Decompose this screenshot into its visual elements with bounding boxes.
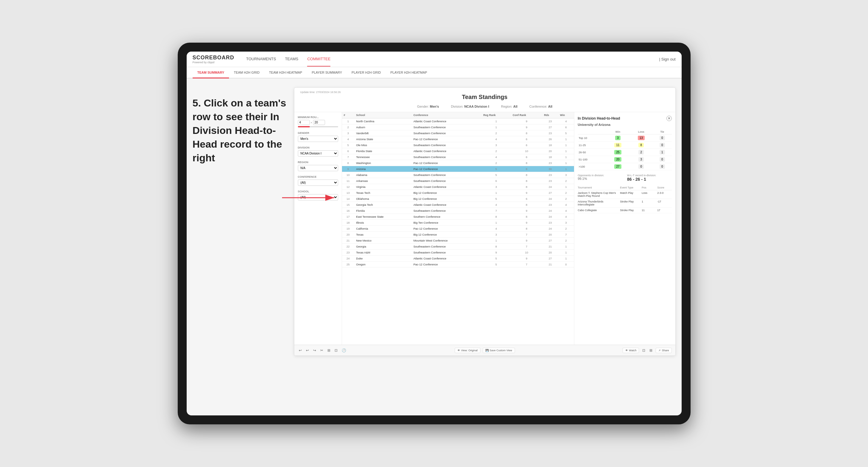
division-select[interactable]: NCAA Division I [298,150,338,157]
cell-rds: 23 [542,130,558,136]
gender-select[interactable]: Men's [298,136,338,142]
table-row[interactable]: 22 Georgia Southeastern Conference 8 7 2… [342,244,574,250]
filter-group-division: Division NCAA Division I [298,146,338,157]
cell-rank: 20 [342,232,354,238]
nav-tournaments[interactable]: TOURNAMENTS [246,52,276,66]
table-row[interactable]: 26-50 25 2 1 [578,149,672,156]
table-row[interactable]: 21 New Mexico Mountain West Conference 1… [342,238,574,244]
redo-icon[interactable]: ↪ [312,347,317,353]
cell-reg-rank: 3 [482,184,511,190]
slider-bar[interactable] [298,126,338,127]
table-row[interactable]: 1 North Carolina Atlantic Coast Conferen… [342,118,574,124]
tournament-row[interactable]: Arizona Thunderbirds Intercollegiate Str… [578,199,672,208]
table-row[interactable]: Top 10 3 13 0 [578,134,672,142]
min-rounds-min[interactable] [298,120,310,125]
sign-out[interactable]: | Sign out [659,57,676,61]
watch-button[interactable]: 👁 Watch [623,348,639,353]
table-row[interactable]: 18 Illinois Big Ten Conference 1 9 23 3 [342,220,574,226]
table-row[interactable]: 25 Oregon Pac-12 Conference 5 7 21 0 [342,261,574,268]
share-arrow-icon: ↗ [658,349,661,352]
table-row[interactable]: 19 California Pac-12 Conference 4 8 24 2 [342,226,574,232]
conference-select[interactable]: (All) [298,180,338,186]
min-rounds-max[interactable] [313,120,325,125]
cell-conf-rank: 9 [511,255,542,261]
nav-committee[interactable]: COMMITTEE [307,52,330,66]
cell-conference: Southeastern Conference [411,244,481,250]
table-row[interactable]: 13 Texas Tech Big 12 Conference 1 9 27 2 [342,190,574,196]
table-row[interactable]: 2 Auburn Southeastern Conference 1 9 27 … [342,124,574,130]
cell-rank: 12 [342,184,354,190]
cell-rds: 24 [542,208,558,214]
share-button[interactable]: ↗ Share [656,348,672,353]
table-row[interactable]: >100 27 0 0 [578,163,672,170]
eye-icon: 👁 [457,349,460,352]
clock-icon[interactable]: 🕐 [341,347,347,353]
cell-conference: Atlantic Coast Conference [411,148,481,154]
table-row[interactable]: 3 Vanderbilt Southeastern Conference 2 8… [342,130,574,136]
table-row[interactable]: 14 Oklahoma Big 12 Conference 5 6 24 2 [342,196,574,202]
cell-conf-rank: 10 [511,148,542,154]
view-original-button[interactable]: 👁 View: Original [455,348,480,353]
cell-school: Illinois [354,220,411,226]
cell-rds: 23 [542,202,558,208]
tournament-row[interactable]: Cabo Collegiate Stroke Play 11 17 [578,208,672,213]
table-row[interactable]: 5 Ole Miss Southeastern Conference 3 6 1… [342,142,574,148]
update-time: Update time: 27/03/2024 16:56:26 [300,91,670,94]
cell-conference: Southeastern Conference [411,130,481,136]
table-row[interactable]: 12 Virginia Atlantic Coast Conference 3 … [342,184,574,190]
table-row[interactable]: 9 Arizona Pac-12 Conference 5 8 30 1 [342,166,574,172]
subnav-player-h2h-heatmap[interactable]: PLAYER H2H HEATMAP [385,67,432,79]
region-label: Region [298,161,338,164]
tournament-row[interactable]: Jackson T. Stephens Cup Men's Match-Play… [578,190,672,199]
h2h-close-button[interactable]: ✕ [666,116,672,121]
cell-win: 1 [558,142,574,148]
tour-type-3: Stroke Play [620,209,641,212]
cell-rds: 23 [542,220,558,226]
subnav-team-h2h-grid[interactable]: TEAM H2H GRID [229,67,264,79]
undo-icon[interactable]: ↩ [298,347,303,353]
cell-conf-rank: 9 [511,118,542,124]
cell-conference: Pac-12 Conference [411,136,481,142]
table-row[interactable]: 6 Florida State Atlantic Coast Conferenc… [342,148,574,154]
table-row[interactable]: 11 Arkansas Southeastern Conference 6 8 … [342,178,574,184]
subnav-player-h2h-grid[interactable]: PLAYER H2H GRID [347,67,385,79]
cell-school: Arkansas [354,178,411,184]
subnav-team-summary[interactable]: TEAM SUMMARY [193,67,229,79]
save-custom-button[interactable]: 💾 Save Custom View [483,348,515,353]
region-select[interactable]: N/A [298,165,338,171]
table-row[interactable]: 23 Texas A&M Southeastern Conference 9 1… [342,250,574,255]
paste-icon[interactable]: ⊡ [334,347,338,353]
copy-icon[interactable]: ⊞ [327,347,331,353]
cell-conference: Big 12 Conference [411,232,481,238]
cell-conference: Southeastern Conference [411,142,481,148]
cell-rds: 24 [542,226,558,232]
cell-win: 1 [558,148,574,154]
cell-rank: 24 [342,255,354,261]
table-row[interactable]: 24 Duke Atlantic Coast Conference 5 9 27… [342,255,574,261]
conference-label: Conference [298,175,338,178]
tournament-table-header: Tournament Event Type Pos Score [578,185,672,190]
table-row[interactable]: 17 East Tennessee State Southern Confere… [342,214,574,220]
subnav-player-summary[interactable]: PLAYER SUMMARY [307,67,347,79]
cell-win: 3 [558,172,574,178]
subnav-team-h2h-heatmap[interactable]: TEAM H2H HEATMAP [264,67,307,79]
undo2-icon[interactable]: ↩ [305,347,310,353]
cell-conference: Southeastern Conference [411,154,481,160]
table-row[interactable]: 10 Alabama Southeastern Conference 5 8 2… [342,172,574,178]
table-row[interactable]: 15 Georgia Tech Atlantic Coast Conferenc… [342,202,574,208]
table-row[interactable]: 7 Tennessee Southeastern Conference 4 6 … [342,154,574,160]
export-icon[interactable]: ⊞ [649,347,653,353]
cell-school: Georgia [354,244,411,250]
table-row[interactable]: 20 Texas Big 12 Conference 3 7 20 7 [342,232,574,238]
share-icon[interactable]: ⊡ [641,347,646,353]
opponents-label: Opponents in division: [578,174,623,177]
table-row[interactable]: 16 Florida Southeastern Conference 7 9 2… [342,208,574,214]
cell-conference: Southeastern Conference [411,208,481,214]
table-row[interactable]: 8 Washington Pac-12 Conference 2 8 23 1 [342,160,574,166]
nav-teams[interactable]: TEAMS [285,52,299,66]
table-row[interactable]: 4 Arizona State Pac-12 Conference 4 6 26… [342,136,574,142]
table-row[interactable]: 11-25 11 8 0 [578,142,672,149]
cell-rank: 8 [342,160,354,166]
scissors-icon[interactable]: ✂ [319,347,324,353]
table-row[interactable]: 51-100 20 3 0 [578,156,672,163]
